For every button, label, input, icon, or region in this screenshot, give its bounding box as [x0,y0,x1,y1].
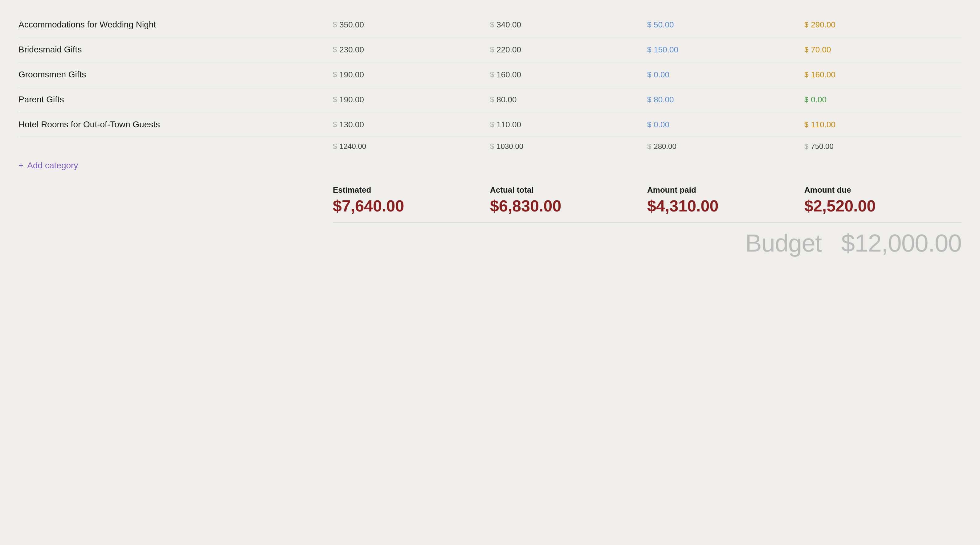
currency-symbol: $ [333,95,337,104]
divider-line [333,223,961,223]
currency-symbol: $ [647,95,651,104]
estimated-cell: $ 130.00 [333,120,490,129]
actual-value: 220.00 [496,45,521,54]
section-total-actual: $ 1030.00 [490,142,647,151]
summary-estimated-label: Estimated [333,185,490,195]
budget-table: Accommodations for Wedding Night $ 350.0… [19,12,961,257]
section-total-paid: $ 280.00 [647,142,804,151]
paid-value: 0.00 [654,70,669,80]
currency-symbol: $ [490,142,494,151]
actual-cell: $ 340.00 [490,20,647,30]
currency-symbol: $ [647,45,651,54]
summary-paid-label: Amount paid [647,185,804,195]
paid-value: 80.00 [654,95,674,105]
category-name: Hotel Rooms for Out-of-Town Guests [19,120,333,129]
section-total-estimated: $ 1240.00 [333,142,490,151]
estimated-value: 350.00 [339,20,364,30]
category-name: Groomsmen Gifts [19,70,333,80]
add-category-row[interactable]: + Add category [19,152,961,179]
currency-symbol: $ [804,70,808,79]
summary-due-label: Amount due [804,185,961,195]
summary-actual: Actual total $6,830.00 [490,185,647,215]
currency-symbol: $ [804,45,808,54]
paid-cell: $ 50.00 [647,20,804,30]
due-cell: $ 290.00 [804,20,961,30]
currency-symbol: $ [804,95,808,104]
category-name: Bridesmaid Gifts [19,45,333,54]
category-name: Parent Gifts [19,95,333,105]
table-row: Groomsmen Gifts $ 190.00 $ 160.00 $ 0.00… [19,62,961,87]
table-row: Hotel Rooms for Out-of-Town Guests $ 130… [19,112,961,137]
estimated-cell: $ 190.00 [333,70,490,80]
actual-value: 80.00 [496,95,517,105]
summary-paid-value: $4,310.00 [647,197,804,215]
budget-footer: Budget $12,000.00 [19,229,961,257]
estimated-value: 190.00 [339,95,364,105]
currency-symbol: $ [333,70,337,79]
estimated-cell: $ 350.00 [333,20,490,30]
estimated-cell: $ 190.00 [333,95,490,105]
add-category-icon: + [19,161,24,171]
due-value: 160.00 [811,70,835,80]
currency-symbol: $ [490,120,494,129]
estimated-value: 130.00 [339,120,364,129]
currency-symbol: $ [647,142,651,151]
currency-symbol: $ [490,45,494,54]
summary-actual-label: Actual total [490,185,647,195]
due-value: 290.00 [811,20,835,30]
actual-cell: $ 110.00 [490,120,647,129]
section-total-paid-value: 280.00 [654,142,676,151]
currency-symbol: $ [804,142,808,151]
due-value: 0.00 [811,95,827,105]
table-row: Accommodations for Wedding Night $ 350.0… [19,12,961,37]
summary-actual-value: $6,830.00 [490,197,647,215]
table-row: Parent Gifts $ 190.00 $ 80.00 $ 80.00 $ … [19,87,961,112]
summary-estimated-value: $7,640.00 [333,197,490,215]
actual-value: 110.00 [496,120,521,129]
due-cell: $ 0.00 [804,95,961,105]
currency-symbol: $ [333,120,337,129]
section-total-actual-value: 1030.00 [496,142,523,151]
currency-symbol: $ [490,20,494,29]
currency-symbol: $ [647,70,651,79]
currency-symbol: $ [647,20,651,29]
due-value: 70.00 [811,45,831,54]
section-total-due: $ 750.00 [804,142,961,151]
summary-section: Estimated $7,640.00 Actual total $6,830.… [19,185,961,215]
summary-paid: Amount paid $4,310.00 [647,185,804,215]
actual-cell: $ 80.00 [490,95,647,105]
estimated-value: 190.00 [339,70,364,80]
budget-value: $12,000.00 [841,229,961,257]
currency-symbol: $ [804,20,808,29]
summary-due-value: $2,520.00 [804,197,961,215]
summary-estimated: Estimated $7,640.00 [333,185,490,215]
currency-symbol: $ [490,70,494,79]
divider-row [19,220,961,223]
rows-container: Accommodations for Wedding Night $ 350.0… [19,12,961,137]
actual-cell: $ 160.00 [490,70,647,80]
estimated-cell: $ 230.00 [333,45,490,54]
paid-cell: $ 80.00 [647,95,804,105]
budget-label: Budget [745,229,822,257]
section-total-estimated-value: 1240.00 [339,142,366,151]
actual-cell: $ 220.00 [490,45,647,54]
table-row: Bridesmaid Gifts $ 230.00 $ 220.00 $ 150… [19,37,961,62]
paid-cell: $ 150.00 [647,45,804,54]
section-total-due-value: 750.00 [811,142,833,151]
due-cell: $ 160.00 [804,70,961,80]
paid-value: 150.00 [654,45,678,54]
budget-total-text: Budget $12,000.00 [745,229,961,257]
estimated-value: 230.00 [339,45,364,54]
currency-symbol: $ [333,45,337,54]
currency-symbol: $ [490,95,494,104]
currency-symbol: $ [647,120,651,129]
due-value: 110.00 [811,120,835,129]
paid-cell: $ 0.00 [647,120,804,129]
due-cell: $ 70.00 [804,45,961,54]
actual-value: 340.00 [496,20,521,30]
actual-value: 160.00 [496,70,521,80]
category-name: Accommodations for Wedding Night [19,20,333,30]
paid-value: 0.00 [654,120,669,129]
currency-symbol: $ [333,142,337,151]
add-category-label[interactable]: Add category [27,161,78,171]
